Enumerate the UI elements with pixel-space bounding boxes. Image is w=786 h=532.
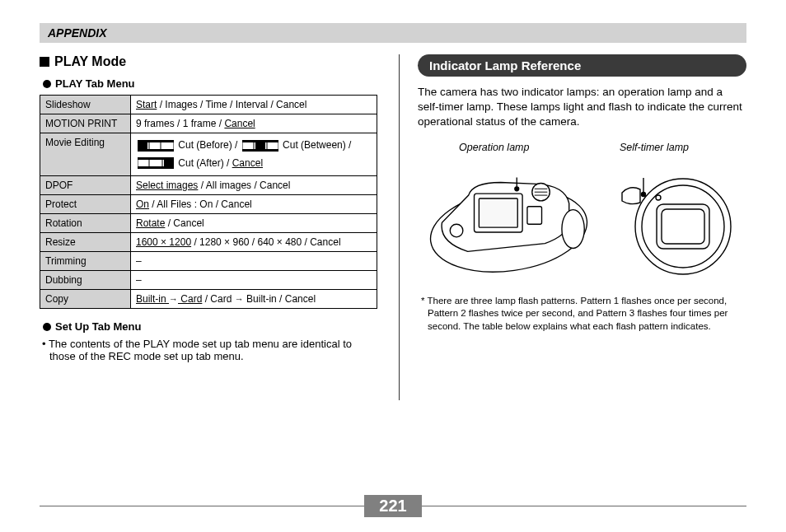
svg-point-33 [656, 195, 661, 200]
filmstrip-icon [242, 140, 278, 152]
svg-point-26 [515, 186, 519, 190]
footer-rule [40, 506, 364, 506]
row-label: DPOF [40, 176, 131, 195]
row-value: Rotate / Cancel [131, 214, 377, 233]
row-label: Trimming [40, 252, 131, 271]
svg-rect-24 [527, 206, 542, 223]
row-value: – [131, 271, 377, 290]
table-row: MOTION PRINT 9 frames / 1 frame / Cancel [40, 114, 377, 133]
row-label: Rotation [40, 214, 131, 233]
arrow-right-icon: → [235, 294, 244, 304]
play-tab-menu-table: Slideshow Start / Images / Time / Interv… [40, 95, 377, 309]
svg-rect-2 [138, 140, 174, 142]
svg-rect-14 [138, 157, 174, 160]
row-label: Slideshow [40, 96, 131, 114]
footer-rule [422, 506, 746, 506]
table-row: Slideshow Start / Images / Time / Interv… [40, 96, 377, 114]
filmstrip-icon [138, 157, 174, 169]
svg-point-22 [450, 224, 463, 237]
setup-tab-menu-heading: Set Up Tab Menu [43, 320, 377, 333]
table-row: Copy Built-in → Card / Card → Built-in /… [40, 290, 377, 309]
operation-lamp-label: Operation lamp [459, 142, 529, 153]
table-row: Movie Editing Cut (Before) / Cut (Betwee… [40, 133, 377, 176]
row-label: Resize [40, 233, 131, 252]
page-number: 221 [364, 495, 421, 517]
row-value: 9 frames / 1 frame / Cancel [131, 114, 377, 133]
right-column: Indicator Lamp Reference The camera has … [418, 54, 746, 400]
filmstrip-icon [138, 140, 174, 152]
row-value: Select images / All images / Cancel [131, 176, 377, 195]
appendix-header: APPENDIX [40, 23, 746, 43]
arrow-right-icon: → [169, 294, 178, 304]
table-row: Protect On / All Files : On / Cancel [40, 195, 377, 214]
setup-note: • The contents of the PLAY mode set up t… [40, 338, 377, 362]
row-label: Movie Editing [40, 133, 131, 176]
row-value: 1600 × 1200 / 1280 × 960 / 640 × 480 / C… [131, 233, 377, 252]
camera-diagram: Operation lamp Self-timer lamp [418, 142, 746, 290]
svg-rect-20 [479, 198, 517, 227]
indicator-paragraph: The camera has two indicator lamps: an o… [418, 85, 746, 130]
column-divider [399, 54, 400, 400]
table-row: DPOF Select images / All images / Cancel [40, 176, 377, 195]
svg-point-32 [642, 192, 646, 196]
camera-front-illustration [615, 165, 739, 280]
row-label: Protect [40, 195, 131, 214]
row-label: Copy [40, 290, 131, 309]
svg-point-23 [562, 209, 584, 248]
camera-back-illustration [424, 165, 593, 278]
row-value: Cut (Before) / Cut (Between) / Cut (Afte… [131, 133, 377, 176]
selftimer-lamp-label: Self-timer lamp [620, 142, 689, 153]
page-footer: 221 [40, 495, 746, 517]
row-value: Start / Images / Time / Interval / Cance… [131, 96, 377, 114]
svg-rect-3 [138, 149, 174, 152]
svg-rect-15 [138, 166, 174, 169]
row-value: On / All Files : On / Cancel [131, 195, 377, 214]
svg-rect-9 [242, 149, 278, 152]
row-value: Built-in → Card / Card → Built-in / Canc… [131, 290, 377, 309]
left-column: PLAY Mode PLAY Tab Menu Slideshow Start … [40, 54, 377, 400]
play-mode-heading: PLAY Mode [40, 54, 377, 69]
row-value: – [131, 252, 377, 271]
table-row: Resize 1600 × 1200 / 1280 × 960 / 640 × … [40, 233, 377, 252]
svg-rect-8 [242, 140, 278, 142]
indicator-lamp-heading: Indicator Lamp Reference [418, 54, 746, 77]
table-row: Rotation Rotate / Cancel [40, 214, 377, 233]
row-label: MOTION PRINT [40, 114, 131, 133]
lamp-footnote: * There are three lamp flash patterns. P… [418, 295, 746, 334]
svg-rect-30 [662, 209, 704, 244]
table-row: Dubbing – [40, 271, 377, 290]
table-row: Trimming – [40, 252, 377, 271]
play-tab-menu-heading: PLAY Tab Menu [43, 77, 377, 90]
row-label: Dubbing [40, 271, 131, 290]
